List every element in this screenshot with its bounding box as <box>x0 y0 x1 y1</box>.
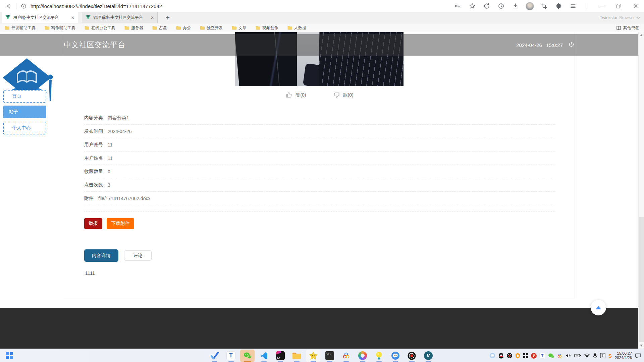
detail-row: 发布时间2024-04-26 <box>84 125 555 138</box>
tray-red-v-icon[interactable]: V <box>531 353 537 359</box>
content-tabs: 内容详情 评论 <box>84 249 152 262</box>
ime-indicator-icon[interactable] <box>600 353 605 358</box>
site-header: 中文社区交流平台 2024-04-26 15:0:27 <box>0 34 638 56</box>
page-info-icon[interactable] <box>19 2 28 10</box>
bookmark-star-icon[interactable] <box>468 2 477 10</box>
chevron-down-icon[interactable] <box>636 15 640 20</box>
new-tab-button[interactable]: + <box>163 13 172 22</box>
brand-suffix: Browser <box>619 15 635 20</box>
bookmark-folder[interactable]: 在线办公工具 <box>85 25 115 31</box>
brand-name: Twinkstar <box>600 15 618 20</box>
tab-comments[interactable]: 评论 <box>124 250 152 261</box>
detail-row-spacer <box>84 205 555 212</box>
chat-app-icon[interactable] <box>388 350 402 362</box>
other-bookmarks[interactable]: 其他书签 <box>616 25 639 31</box>
bookmark-folder[interactable]: 独立开发 <box>200 25 223 31</box>
back-to-top-button[interactable] <box>591 300 606 315</box>
winctl-divider <box>586 3 586 9</box>
lightbulb-app-icon[interactable] <box>372 350 386 362</box>
tri-rings-app-icon[interactable] <box>339 350 353 362</box>
bookmark-folder[interactable]: 写作辅助工具 <box>45 25 75 31</box>
tab-close-icon[interactable]: ✕ <box>151 15 154 20</box>
content-card: 赞(0) 踩(0) 内容分类内容分类1 发布时间2024-04-26 用户账号1… <box>64 32 575 298</box>
notification-center-icon[interactable] <box>635 353 641 359</box>
bookmark-folder[interactable]: 开发辅助工具 <box>5 25 36 31</box>
wifi-icon[interactable] <box>584 353 590 358</box>
dislike-button[interactable]: 踩(0) <box>333 92 354 99</box>
extensions-puzzle-icon[interactable] <box>554 2 563 10</box>
arrow-up-icon <box>596 306 601 309</box>
system-tray: V T S 15:00: <box>489 349 641 362</box>
tray-qq-icon[interactable] <box>498 353 504 359</box>
tray-wechat-icon[interactable] <box>548 353 554 358</box>
logout-power-icon[interactable] <box>568 41 575 49</box>
sidebar-item-posts[interactable]: 帖子 <box>3 106 46 118</box>
download-attachment-button[interactable]: 下载附件 <box>107 218 134 229</box>
like-button[interactable]: 赞(0) <box>285 92 306 99</box>
microphone-icon[interactable] <box>593 353 597 359</box>
taskbar-clock[interactable]: 15:00:27 2024/4/26 <box>615 351 632 360</box>
twinkstar-app-icon[interactable]: V <box>421 350 435 362</box>
tab-client[interactable]: 用户端-中文社区交流平台 ✕ <box>2 12 78 23</box>
wechat-app-icon[interactable] <box>240 350 255 362</box>
terminal-app-icon[interactable]: C:\_ <box>322 350 337 362</box>
tray-recorder-icon[interactable] <box>507 353 512 358</box>
bookmark-folder[interactable]: 办公 <box>176 25 191 31</box>
tab-close-icon[interactable]: ✕ <box>71 15 74 20</box>
tray-blue-t-icon[interactable]: T <box>540 353 545 358</box>
volume-icon[interactable] <box>565 353 571 358</box>
detail-row: 点击次数3 <box>84 178 555 192</box>
download-icon[interactable] <box>511 2 520 10</box>
back-icon[interactable] <box>5 2 13 10</box>
bookmarks-bar: 开发辅助工具 写作辅助工具 在线办公工具 服务器 占星 办公 独立开发 文章 视… <box>0 24 644 32</box>
restore-button[interactable] <box>614 2 623 10</box>
page-footer <box>0 308 638 349</box>
refresh-icon[interactable] <box>482 2 491 10</box>
scrollbar-thumb[interactable] <box>639 217 644 342</box>
sidebar-item-home[interactable]: 首页 <box>3 90 46 103</box>
page-viewport: 赞(0) 踩(0) 内容分类内容分类1 发布时间2024-04-26 用户账号1… <box>0 32 644 349</box>
start-button[interactable] <box>5 352 13 361</box>
tray-security-shield-icon[interactable] <box>515 353 520 359</box>
todo-app-icon[interactable] <box>207 350 222 362</box>
close-button[interactable] <box>631 2 640 10</box>
intellij-app-icon[interactable]: IJ <box>273 350 287 362</box>
report-button[interactable]: 举报 <box>84 218 102 229</box>
screenshot-crop-icon[interactable] <box>540 2 548 10</box>
bookmark-folder[interactable]: 视频创作 <box>256 25 278 31</box>
topbar-actions <box>453 0 644 12</box>
tab-content-detail[interactable]: 内容详情 <box>84 249 118 262</box>
profile-avatar[interactable] <box>526 2 534 10</box>
sidebar-item-profile[interactable]: 个人中心 <box>3 122 46 134</box>
url-text[interactable]: http://localhost:8082/#/index/tieziDetai… <box>31 3 162 9</box>
tab-admin[interactable]: 管理系统-中文社区交流平台 ✕ <box>82 12 158 23</box>
recorder-app-icon[interactable] <box>405 350 419 362</box>
scroll-down-arrow[interactable] <box>640 345 643 347</box>
star-app-icon[interactable] <box>306 350 320 362</box>
password-key-icon[interactable] <box>453 2 462 10</box>
bookmark-folder[interactable]: 占星 <box>152 25 167 31</box>
scrollbar[interactable] <box>638 32 644 349</box>
dislike-label: 踩(0) <box>343 92 354 98</box>
tray-tri-rings-icon[interactable] <box>557 353 562 358</box>
vscode-app-icon[interactable] <box>257 350 271 362</box>
bookmark-folder[interactable]: 大数据 <box>287 25 306 31</box>
header-datetime: 2024-04-26 15:0:27 <box>516 42 563 48</box>
vue-logo-icon <box>86 15 91 20</box>
taskbar-date: 2024/4/26 <box>615 356 632 360</box>
menu-icon[interactable] <box>569 2 577 10</box>
t-app-icon[interactable]: T <box>224 350 238 362</box>
bookmark-folder[interactable]: 文章 <box>232 25 247 31</box>
tray-chat-faded-icon[interactable] <box>489 353 495 359</box>
file-explorer-icon[interactable] <box>289 350 304 362</box>
history-icon[interactable] <box>497 2 505 10</box>
site-title: 中文社区交流平台 <box>64 40 125 50</box>
detail-list: 内容分类内容分类1 发布时间2024-04-26 用户账号11 用户姓名11 收… <box>84 111 555 212</box>
battery-icon[interactable] <box>574 354 581 358</box>
scroll-up-arrow[interactable] <box>640 34 643 36</box>
minimize-button[interactable] <box>598 2 606 10</box>
tray-windows-panes-icon[interactable] <box>523 353 528 358</box>
sogou-input-icon[interactable]: S <box>608 353 612 359</box>
bookmark-folder[interactable]: 服务器 <box>124 25 143 31</box>
color-ring-app-icon[interactable] <box>355 350 370 362</box>
